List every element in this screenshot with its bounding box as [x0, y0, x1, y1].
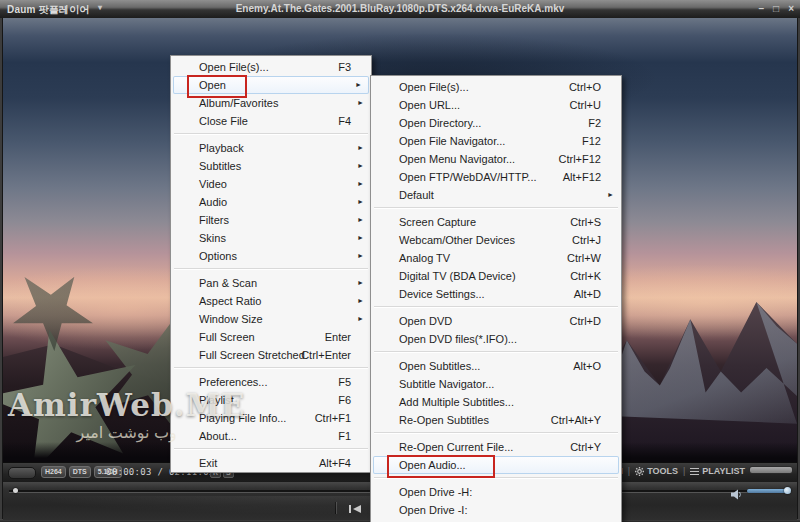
submenu-arrow-icon: ► [357, 157, 364, 175]
menu-item-shortcut: Alt+O [573, 357, 601, 375]
submenu-arrow-icon: ► [357, 310, 364, 328]
menu-item-audio[interactable]: Audio► [171, 193, 371, 211]
gear-icon [635, 467, 644, 476]
menu-separator [374, 351, 618, 353]
menu-item-shortcut: Ctrl+K [570, 267, 601, 285]
status-pill-button[interactable] [8, 467, 36, 479]
submenu-item-open-file-s[interactable]: Open File(s)...Ctrl+O [371, 78, 621, 96]
playlist-button[interactable]: PLAYLIST [690, 466, 745, 476]
menu-item-label: Analog TV [399, 252, 450, 264]
volume-knob[interactable] [784, 487, 791, 494]
submenu-item-digital-tv-bda-device[interactable]: Digital TV (BDA Device)Ctrl+K [371, 267, 621, 285]
menu-item-label: Digital TV (BDA Device) [399, 270, 516, 282]
menu-separator [174, 367, 368, 369]
open-submenu: Open File(s)...Ctrl+OOpen URL...Ctrl+UOp… [370, 75, 622, 522]
submenu-item-open-ftp-webdav-http[interactable]: Open FTP/WebDAV/HTTP...Alt+F12 [371, 168, 621, 186]
menu-item-playback[interactable]: Playback► [171, 139, 371, 157]
menu-item-playing-file-info[interactable]: Playing File Info...Ctrl+F1 [171, 409, 371, 427]
speaker-icon[interactable] [731, 486, 743, 504]
menu-item-shortcut: Ctrl+Y [570, 438, 601, 456]
menu-item-shortcut: Alt+F12 [563, 168, 601, 186]
menu-item-pan-scan[interactable]: Pan & Scan► [171, 274, 371, 292]
menu-item-label: Default [399, 189, 434, 201]
menu-item-aspect-ratio[interactable]: Aspect Ratio► [171, 292, 371, 310]
menu-item-shortcut: Ctrl+J [572, 231, 601, 249]
window-frame-left [0, 18, 3, 522]
menu-item-exit[interactable]: ExitAlt+F4 [171, 454, 371, 472]
close-button[interactable]: × [788, 2, 794, 15]
menu-item-label: Open Audio... [399, 459, 466, 471]
submenu-item-open-dvd-files-ifo[interactable]: Open DVD files(*.IFO)... [371, 330, 621, 348]
submenu-item-open-dvd[interactable]: Open DVDCtrl+D [371, 312, 621, 330]
volume-slider[interactable] [747, 489, 787, 493]
window-title: Enemy.At.The.Gates.2001.BluRay.1080p.DTS… [0, 3, 800, 14]
menu-item-shortcut: Alt+D [574, 285, 601, 303]
submenu-item-default[interactable]: Default► [371, 186, 621, 204]
menu-item-label: Open Drive -I: [399, 504, 467, 516]
submenu-item-open-menu-navigator[interactable]: Open Menu Navigator...Ctrl+F12 [371, 150, 621, 168]
menu-item-shortcut: Ctrl+S [570, 213, 601, 231]
minimize-button[interactable]: – [759, 2, 765, 15]
submenu-item-re-open-subtitles[interactable]: Re-Open SubtitlesCtrl+Alt+Y [371, 411, 621, 429]
menu-item-window-size[interactable]: Window Size► [171, 310, 371, 328]
status-button-separator: | [628, 466, 630, 476]
menu-item-skins[interactable]: Skins► [171, 229, 371, 247]
submenu-arrow-icon: ► [357, 292, 364, 310]
menu-separator [174, 133, 368, 135]
submenu-item-device-settings[interactable]: Device Settings...Alt+D [371, 285, 621, 303]
mini-progress [749, 466, 793, 474]
maximize-button[interactable]: □ [773, 2, 779, 15]
menu-item-options[interactable]: Options► [171, 247, 371, 265]
submenu-item-open-url[interactable]: Open URL...Ctrl+U [371, 96, 621, 114]
menu-item-open[interactable]: Open► [173, 76, 369, 94]
menu-item-filters[interactable]: Filters► [171, 211, 371, 229]
submenu-item-add-multiple-subtitles[interactable]: Add Multiple Subtitles... [371, 393, 621, 411]
menu-item-label: Open DVD [399, 315, 452, 327]
menu-item-about[interactable]: About...F1 [171, 427, 371, 445]
title-bar[interactable]: Daum 팟플레이어 ▾ Enemy.At.The.Gates.2001.Blu… [0, 0, 800, 19]
menu-item-label: Re-Open Current File... [399, 441, 513, 453]
submenu-arrow-icon: ► [357, 193, 364, 211]
menu-item-full-screen-stretched[interactable]: Full Screen StretchedCtrl+Enter [171, 346, 371, 364]
menu-separator [374, 477, 618, 479]
menu-item-label: Webcam/Other Devices [399, 234, 515, 246]
submenu-item-open-subtitles[interactable]: Open Subtitles...Alt+O [371, 357, 621, 375]
menu-item-close-file[interactable]: Close FileF4 [171, 112, 371, 130]
menu-item-preferences[interactable]: Preferences...F5 [171, 373, 371, 391]
seek-knob[interactable] [13, 488, 18, 493]
menu-item-playlist[interactable]: PlaylistF6 [171, 391, 371, 409]
menu-item-shortcut: F5 [338, 373, 351, 391]
submenu-item-subtitle-navigator[interactable]: Subtitle Navigator... [371, 375, 621, 393]
menu-separator [374, 207, 618, 209]
submenu-item-re-open-current-file[interactable]: Re-Open Current File...Ctrl+Y [371, 438, 621, 456]
menu-item-album-favorites[interactable]: Album/Favorites► [171, 94, 371, 112]
menu-item-label: Options [199, 250, 237, 262]
submenu-item-analog-tv[interactable]: Analog TVCtrl+W [371, 249, 621, 267]
submenu-item-open-drive-h[interactable]: Open Drive -H: [371, 483, 621, 501]
menu-item-label: Open Subtitles... [399, 360, 480, 372]
menu-item-label: Filters [199, 214, 229, 226]
menu-item-label: Full Screen [199, 331, 255, 343]
previous-track-button[interactable] [346, 502, 364, 515]
menu-item-label: Open File(s)... [199, 61, 269, 73]
menu-item-label: Screen Capture [399, 216, 476, 228]
menu-item-label: Device Settings... [399, 288, 485, 300]
submenu-item-open-audio[interactable]: Open Audio... [373, 456, 619, 474]
menu-item-open-file-s[interactable]: Open File(s)...F3 [171, 58, 371, 76]
submenu-arrow-icon: ► [357, 247, 364, 265]
tools-button[interactable]: TOOLS [635, 466, 678, 476]
menu-item-label: Aspect Ratio [199, 295, 261, 307]
submenu-item-screen-capture[interactable]: Screen CaptureCtrl+S [371, 213, 621, 231]
menu-item-shortcut: F12 [582, 132, 601, 150]
menu-item-label: Pan & Scan [199, 277, 257, 289]
menu-item-subtitles[interactable]: Subtitles► [171, 157, 371, 175]
menu-item-shortcut: Enter [325, 328, 351, 346]
menu-item-shortcut: Ctrl+W [567, 249, 601, 267]
playlist-icon [690, 468, 699, 475]
submenu-item-open-drive-i[interactable]: Open Drive -I: [371, 501, 621, 519]
submenu-item-open-directory[interactable]: Open Directory...F2 [371, 114, 621, 132]
submenu-item-webcam-other-devices[interactable]: Webcam/Other DevicesCtrl+J [371, 231, 621, 249]
submenu-item-open-file-navigator[interactable]: Open File Navigator...F12 [371, 132, 621, 150]
menu-item-full-screen[interactable]: Full ScreenEnter [171, 328, 371, 346]
menu-item-video[interactable]: Video► [171, 175, 371, 193]
